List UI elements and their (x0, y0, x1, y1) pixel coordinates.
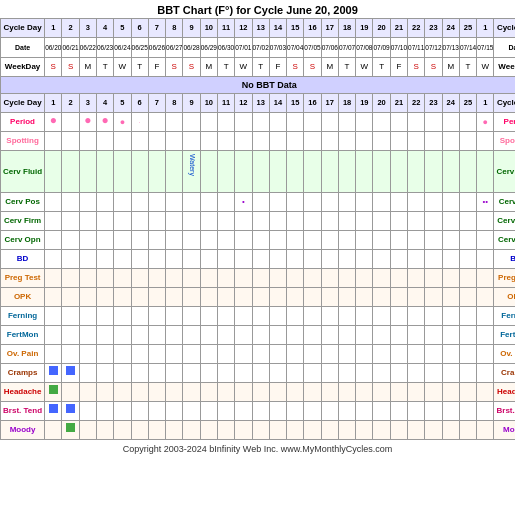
cd-6: 6 (131, 19, 148, 38)
bd-label: BD (1, 250, 45, 269)
cycle-day-label-2: Cycle Day (1, 94, 45, 113)
cd-2: 2 (62, 19, 79, 38)
brsttend-sq-1[interactable] (49, 404, 58, 413)
cd-10: 10 (200, 19, 217, 38)
moody-sq-2[interactable] (66, 423, 75, 432)
bd-label-right: BD (494, 250, 515, 269)
period-dot-6[interactable]: · (139, 119, 141, 125)
period-dot-4[interactable]: ● (101, 113, 108, 127)
cd-9: 9 (183, 19, 200, 38)
weekday-row: WeekDay S S M T W T F S S M T W T F S S … (1, 58, 516, 77)
fertmon-row: FertMon Fert (1, 326, 516, 345)
cervopn-row: Cerv Opn Cer (1, 231, 516, 250)
period-dot-3[interactable]: ● (84, 113, 91, 127)
period-label: Period (1, 113, 45, 132)
date-label-right: Date (494, 38, 515, 58)
period-label-right: Period (494, 113, 515, 132)
footer: Copyright 2003-2024 bInfinity Web Inc. w… (0, 440, 515, 458)
cycle-day-label: Cycle Day (1, 19, 45, 38)
cd-25: 25 (459, 19, 476, 38)
cd-4: 4 (96, 19, 113, 38)
weekday-label: WeekDay (1, 58, 45, 77)
bd-row: BD BD (1, 250, 516, 269)
cervpos-label: Cerv Pos (1, 193, 45, 212)
opk-row: OPK OPK (1, 288, 516, 307)
period-dot-5[interactable]: ● (120, 117, 125, 127)
cd-22: 22 (408, 19, 425, 38)
spotting-label: Spotting (1, 132, 45, 151)
cd-15: 15 (287, 19, 304, 38)
cervfirm-label-right: Cerv Firm (494, 212, 515, 231)
weekday-label-right: WeekDay (494, 58, 515, 77)
headache-sq-1[interactable] (49, 385, 58, 394)
cd-12: 12 (235, 19, 252, 38)
cd-3: 3 (79, 19, 96, 38)
no-bbt-label: No BBT Data (1, 77, 516, 94)
opk-label-right: OPK (494, 288, 515, 307)
period-dot-26[interactable]: ● (483, 117, 488, 127)
pregtest-label: Preg Test (1, 269, 45, 288)
cervpos-dot-12[interactable]: • (242, 197, 245, 206)
cd-next1: 1 (477, 19, 494, 38)
moody-row: Moody Moody (1, 421, 516, 440)
cervfluid-row: Cerv Fluid Watery (1, 151, 516, 193)
cd-11: 11 (217, 19, 234, 38)
fertmon-label: FertMon (1, 326, 45, 345)
brsttend-sq-2[interactable] (66, 404, 75, 413)
watery-text: Watery (185, 151, 199, 179)
no-bbt-row: No BBT Data (1, 77, 516, 94)
cycle-day-label-right: Cycle Day (494, 19, 515, 38)
cervpos-dot-26b[interactable]: • (485, 197, 488, 206)
cramps-sq-2[interactable] (66, 366, 75, 375)
cd-21: 21 (390, 19, 407, 38)
cd-23: 23 (425, 19, 442, 38)
cervopn-label-right: Cerv Opn (494, 231, 515, 250)
cramps-sq-1[interactable] (49, 366, 58, 375)
cd-24: 24 (442, 19, 459, 38)
period-row: Period ● ● ● ● · ● (1, 113, 516, 132)
bbt-chart: Cycle Day 1 2 3 4 5 6 7 8 9 10 11 12 13 … (0, 18, 515, 440)
cervopn-label: Cerv Opn (1, 231, 45, 250)
cervfluid-label: Cerv Fluid (1, 151, 45, 193)
spotting-label-right: Spotting (494, 132, 515, 151)
ovpain-label-right: Ov. Pain (494, 345, 515, 364)
page-title: BBT Chart (F°) for Cycle June 20, 2009 (0, 0, 515, 18)
cycle-day-label-right-2: Cycle Day (494, 94, 515, 113)
ovpain-row: Ov. Pain Ov. (1, 345, 516, 364)
headache-label-right: Headache (494, 383, 515, 402)
cd-16: 16 (304, 19, 321, 38)
pregtest-label-right: Preg Test (494, 269, 515, 288)
moody-label: Moody (1, 421, 45, 440)
cd-17: 17 (321, 19, 338, 38)
cervfirm-row: Cerv Firm Ce (1, 212, 516, 231)
cd-7: 7 (148, 19, 165, 38)
cd-5: 5 (114, 19, 131, 38)
chart-container: BBT Chart (F°) for Cycle June 20, 2009 C… (0, 0, 515, 458)
opk-label: OPK (1, 288, 45, 307)
ferning-label: Ferning (1, 307, 45, 326)
cramps-label-right: Cramps (494, 364, 515, 383)
ferning-label-right: Ferning (494, 307, 515, 326)
cd-18: 18 (338, 19, 355, 38)
period-dot-1[interactable]: ● (50, 113, 57, 127)
pregtest-row: Preg Test Pr (1, 269, 516, 288)
cd-1: 1 (45, 19, 62, 38)
cd-13: 13 (252, 19, 269, 38)
date-label: Date (1, 38, 45, 58)
cycle-day-row-2: Cycle Day 1 2 3 4 5 6 7 8 9 10 11 12 13 … (1, 94, 516, 113)
cervpos-label-right: Cerv Pos (494, 193, 515, 212)
headache-row: Headache Hea (1, 383, 516, 402)
cd-20: 20 (373, 19, 390, 38)
moody-label-right: Moody (494, 421, 515, 440)
cd-19: 19 (356, 19, 373, 38)
cramps-label: Cramps (1, 364, 45, 383)
brsttend-row: Brst. Tend B (1, 402, 516, 421)
ovpain-label: Ov. Pain (1, 345, 45, 364)
fertmon-label-right: FertMon (494, 326, 515, 345)
cd-14: 14 (269, 19, 286, 38)
brsttend-label: Brst. Tend (1, 402, 45, 421)
headache-label: Headache (1, 383, 45, 402)
cycle-day-row: Cycle Day 1 2 3 4 5 6 7 8 9 10 11 12 13 … (1, 19, 516, 38)
cramps-row: Cramps Cramp (1, 364, 516, 383)
cervpos-row: Cerv Pos • •• (1, 193, 516, 212)
